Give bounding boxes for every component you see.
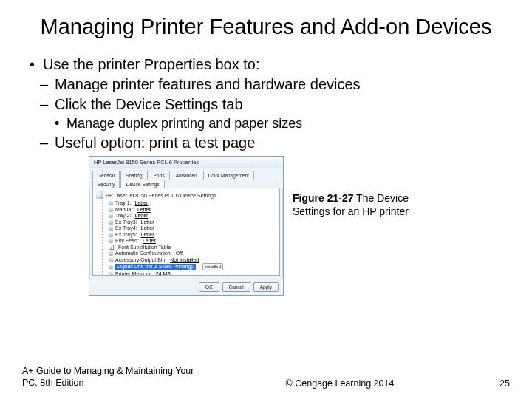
auto-config-value[interactable]: Off [176,250,183,256]
setting-icon [109,272,113,276]
tab-advanced[interactable]: Advanced [171,171,202,180]
font-sub-table[interactable]: Font Substitution Table [118,245,171,250]
bullet-sub2: Click the Device Settings tab [22,96,510,113]
tab-ports[interactable]: Ports [149,171,170,180]
env-feed-value[interactable]: Letter [143,238,156,244]
tray1-label: Tray 1: [115,200,132,206]
setting-icon [109,251,113,256]
printer-memory-value[interactable]: 24 MB [156,271,171,276]
tray5-value[interactable]: Letter [141,232,154,238]
bullet-sub1: Manage printer features and hardware dev… [22,76,510,93]
auto-config-label: Automatic Configuration: [115,250,172,256]
dialog-tabs: General Sharing Ports Advanced Color Man… [89,168,283,188]
tray-icon [109,239,113,243]
dialog-titlebar: HP LaserJet 8150 Series PCL 6 Properties [89,157,283,168]
printer-icon [96,191,103,199]
tray3-value[interactable]: Letter [141,219,154,225]
tree-root-label: HP LaserJet 8150 Series PCL 6 Device Set… [106,193,216,198]
tray-icon [109,214,113,218]
tray2-label: Tray 2: [115,213,132,219]
env-feed-label: Env Feed: [115,238,139,244]
footer-guide: A+ Guide to Managing & Maintaining Your … [22,365,207,389]
page-number: 25 [473,378,510,389]
cancel-button[interactable]: Cancel [222,282,250,292]
slide-content: Use the printer Properties box to: Manag… [22,56,510,296]
duplex-label: Duplex Unit (for 2-Sided Printing): [117,264,194,269]
figure-caption: Figure 21-27 The Device Settings for an … [293,191,433,218]
figure-label: Figure 21-27 [293,192,353,204]
tray3-label: Ex Tray3: [115,219,137,225]
printer-memory-label: Printer Memory: [115,271,152,276]
tray-icon [109,233,113,237]
tab-security[interactable]: Security [92,180,120,188]
slide-title: Managing Printer Features and Add-on Dev… [22,13,510,40]
bullet-main: Use the printer Properties box to: [22,56,510,73]
bullet-sub2a: Manage duplex printing and paper sizes [22,116,510,132]
tray-icon [109,208,113,212]
expand-icon[interactable]: + [109,245,114,250]
tab-general[interactable]: General [92,171,120,180]
tray-icon [109,220,113,225]
footer-copyright: © Cengage Learning 2014 [207,378,473,389]
tray5-label: Ex Tray5: [115,232,137,238]
tray4-value[interactable]: Letter [141,225,154,231]
dialog-body: HP LaserJet 8150 Series PCL 6 Device Set… [92,188,280,276]
setting-icon [109,265,113,269]
accessory-output-value[interactable]: Not Installed [170,257,199,263]
tray2-value[interactable]: Letter [135,213,149,219]
tray-manual-label: Manual: [115,207,134,213]
tray-icon [109,201,113,205]
tab-color-management[interactable]: Color Management [203,171,254,180]
tray4-label: Ex Tray4: [115,225,137,231]
tab-sharing[interactable]: Sharing [120,171,147,180]
apply-button[interactable]: Apply [253,282,279,292]
bullet-sub3: Useful option: print a test page [22,134,510,151]
ok-button[interactable]: OK [199,282,219,292]
tab-device-settings[interactable]: Device Settings [120,180,164,188]
properties-dialog: HP LaserJet 8150 Series PCL 6 Properties… [89,156,284,296]
tray-manual-value[interactable]: Letter [137,207,151,213]
setting-icon [109,258,113,262]
duplex-value[interactable]: Installed [202,263,223,270]
tray1-value[interactable]: Letter [135,200,149,206]
accessory-output-label: Accessory Output Bin: [115,257,166,263]
tray-icon [109,226,113,231]
